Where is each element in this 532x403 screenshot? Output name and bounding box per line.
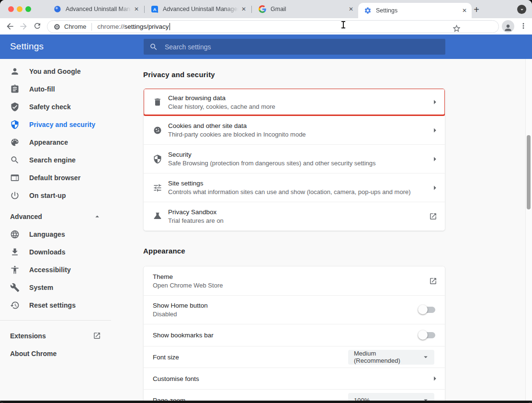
row-font-size[interactable]: Font sizeMedium (Recommended) bbox=[144, 346, 445, 368]
row-title: Theme bbox=[153, 273, 223, 280]
reload-icon[interactable] bbox=[33, 22, 43, 31]
address-bar[interactable]: Chrome chrome://settings/privacy bbox=[47, 20, 499, 33]
row-title: Site settings bbox=[168, 180, 411, 187]
new-tab-button[interactable]: + bbox=[471, 4, 482, 15]
scrollbar-thumb[interactable] bbox=[527, 135, 531, 209]
sidebar-item-privacy-and-security[interactable]: Privacy and security bbox=[0, 115, 115, 133]
star-icon[interactable] bbox=[452, 24, 461, 33]
external-link-icon[interactable] bbox=[429, 212, 445, 220]
chevron-up-icon bbox=[93, 212, 102, 221]
row-title: Clear browsing data bbox=[168, 94, 275, 102]
sidebar-item-label: Reset settings bbox=[29, 301, 76, 309]
row-security[interactable]: SecuritySafe Browsing (protection from d… bbox=[144, 144, 445, 173]
dropdown-page-zoom[interactable]: 100% bbox=[348, 393, 434, 401]
row-title: Font size bbox=[153, 354, 179, 361]
sidebar-item-languages[interactable]: Languages bbox=[0, 225, 115, 243]
browser-window: Advanced Uninstall Manager: U✕AAdvanced … bbox=[0, 0, 532, 403]
forward-arrow-icon[interactable] bbox=[19, 22, 28, 31]
row-clear-browsing-data[interactable]: Clear browsing dataClear history, cookie… bbox=[144, 89, 445, 115]
row-page-zoom[interactable]: Page zoom100% bbox=[144, 389, 445, 401]
window-zoom-button[interactable] bbox=[25, 6, 31, 12]
row-privacy-sandbox[interactable]: Privacy SandboxTrial features are on bbox=[144, 202, 445, 230]
sidebar-item-on-start-up[interactable]: On start-up bbox=[0, 186, 115, 204]
row-show-bookmarks-bar[interactable]: Show bookmarks bar bbox=[144, 324, 445, 346]
chevron-right-icon bbox=[430, 373, 445, 384]
tab-settings[interactable]: Settings✕ bbox=[358, 3, 472, 18]
palette-icon bbox=[10, 138, 20, 147]
row-text: Show bookmarks bar bbox=[153, 332, 214, 339]
globe-icon bbox=[10, 230, 20, 239]
scrollbar-track[interactable] bbox=[525, 59, 532, 401]
autofill-clipboard-icon bbox=[10, 84, 20, 94]
window-minimize-button[interactable] bbox=[17, 6, 23, 12]
sidebar-item-downloads[interactable]: Downloads bbox=[0, 243, 115, 261]
tab-advanced-uninstall-manager-o[interactable]: AAdvanced Uninstall Manager o✕ bbox=[145, 0, 251, 18]
google-g-icon bbox=[259, 5, 266, 13]
settings-content: Privacy and securityClear browsing dataC… bbox=[143, 59, 445, 401]
row-cookies-and-other-site-data[interactable]: Cookies and other site dataThird-party c… bbox=[144, 115, 445, 144]
url-text[interactable]: chrome://settings/privacy bbox=[97, 23, 170, 30]
sidebar-item-label: Default browser bbox=[29, 174, 80, 182]
row-customise-fonts[interactable]: Customise fonts bbox=[144, 368, 445, 389]
sidebar-item-extensions[interactable]: Extensions bbox=[0, 327, 111, 345]
sidebar-advanced-toggle[interactable]: Advanced bbox=[0, 207, 111, 225]
safety-check-shield-icon bbox=[10, 102, 20, 112]
sidebar-item-safety-check[interactable]: Safety check bbox=[0, 98, 115, 115]
tab-gmail[interactable]: Gmail✕ bbox=[253, 0, 358, 18]
flask-icon bbox=[153, 212, 162, 221]
external-link-icon[interactable] bbox=[429, 277, 445, 285]
sidebar-item-label: Search engine bbox=[29, 156, 76, 164]
row-title: Security bbox=[168, 151, 376, 158]
settings-header: Settings bbox=[0, 35, 532, 59]
download-icon bbox=[10, 247, 20, 257]
dropdown-value: 100% bbox=[354, 397, 370, 401]
tab-close-icon[interactable]: ✕ bbox=[241, 6, 246, 12]
settings-search-input[interactable] bbox=[165, 43, 440, 51]
row-show-home-button[interactable]: Show Home buttonDisabled bbox=[144, 295, 445, 324]
dropdown-value: Medium (Recommended) bbox=[354, 350, 421, 364]
settings-card: Clear browsing dataClear history, cookie… bbox=[143, 88, 445, 231]
back-arrow-icon[interactable] bbox=[5, 22, 15, 31]
profile-avatar[interactable] bbox=[502, 20, 514, 33]
sidebar-item-you-and-google[interactable]: You and Google bbox=[0, 62, 115, 80]
sidebar-item-label: System bbox=[29, 284, 53, 291]
trash-icon bbox=[153, 97, 162, 107]
tab-advanced-uninstall-manager-u[interactable]: Advanced Uninstall Manager: U✕ bbox=[48, 0, 144, 18]
sidebar-item-default-browser[interactable]: Default browser bbox=[0, 169, 115, 186]
chevron-down-icon bbox=[421, 353, 430, 361]
site-chip-label: Chrome bbox=[64, 23, 86, 30]
tab-close-icon[interactable]: ✕ bbox=[462, 8, 467, 13]
tab-close-icon[interactable]: ✕ bbox=[349, 6, 353, 12]
page-title: Settings bbox=[10, 41, 44, 52]
settings-search[interactable] bbox=[144, 39, 445, 55]
section-heading-appearance: Appearance bbox=[143, 247, 445, 255]
row-theme[interactable]: ThemeOpen Chrome Web Store bbox=[144, 266, 445, 295]
sidebar-item-system[interactable]: System bbox=[0, 278, 115, 296]
sidebar-divider bbox=[0, 320, 111, 321]
tab-title: Gmail bbox=[271, 6, 346, 12]
row-text: Site settingsControls what information s… bbox=[168, 180, 411, 196]
sidebar-item-appearance[interactable]: Appearance bbox=[0, 133, 115, 151]
row-site-settings[interactable]: Site settingsControls what information s… bbox=[144, 173, 445, 202]
toggle-switch-off[interactable] bbox=[419, 307, 435, 313]
sidebar-item-reset-settings[interactable]: Reset settings bbox=[0, 296, 115, 314]
security-shield-icon bbox=[153, 154, 162, 164]
person-icon bbox=[503, 23, 513, 33]
section-heading-privacy-and-security: Privacy and security bbox=[143, 70, 445, 79]
sidebar-item-auto-fill[interactable]: Auto-fill bbox=[0, 80, 115, 98]
toggle-switch-off[interactable] bbox=[419, 332, 435, 338]
tab-separator bbox=[251, 6, 252, 13]
sidebar-item-about-chrome[interactable]: About Chrome bbox=[0, 345, 111, 362]
window-close-button[interactable] bbox=[8, 6, 14, 12]
reset-history-icon bbox=[10, 300, 20, 310]
tab-search-button[interactable] bbox=[517, 5, 526, 14]
sidebar-item-search-engine[interactable]: Search engine bbox=[0, 151, 115, 169]
dropdown-font-size[interactable]: Medium (Recommended) bbox=[348, 350, 434, 365]
row-text: Show Home buttonDisabled bbox=[153, 302, 208, 318]
blue-app-favicon bbox=[54, 5, 61, 13]
more-vert-icon[interactable] bbox=[519, 22, 529, 31]
sidebar-item-accessibility[interactable]: Accessibility bbox=[0, 261, 115, 278]
wrench-icon bbox=[10, 283, 20, 292]
tab-close-icon[interactable]: ✕ bbox=[134, 6, 139, 12]
browser-window-icon bbox=[10, 173, 20, 183]
